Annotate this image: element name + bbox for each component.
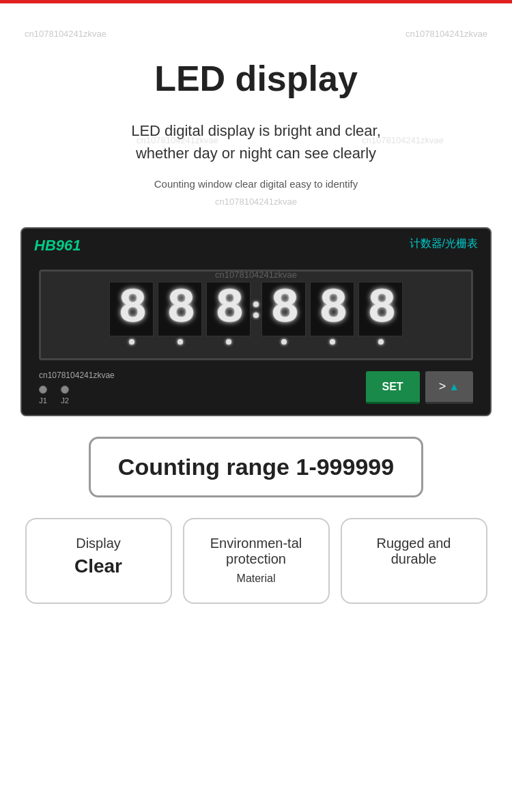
page-title: LED display [0, 58, 512, 99]
digit-6-display: 8 [358, 282, 403, 336]
indicator-j1-label: J1 [39, 396, 47, 405]
watermark-mid-left: cn1078104241zkvae [137, 135, 218, 145]
top-bar [0, 0, 512, 3]
device-image: HB961 计数器/光栅表 cn1078104241zkvae 8 8 8 [20, 227, 492, 416]
digit-5-display: 8 [310, 282, 354, 336]
indicator-j1-dot [39, 386, 47, 394]
feature-card-display: Display Clear [25, 518, 172, 604]
digit-group-1: 8 8 8 [109, 282, 251, 345]
device-bottom-left: cn1078104241zkvae J1 J2 [39, 371, 115, 405]
device-bottom-watermark: cn1078104241zkvae [39, 371, 115, 380]
arrow-up-icon: ▲ [449, 381, 459, 393]
set-button[interactable]: SET [366, 371, 420, 404]
feature-card-env-body: Material [195, 571, 317, 586]
device-label-right: 计数器/光栅表 [410, 237, 478, 251]
device-model: HB961 [34, 237, 81, 255]
feature-card-rugged-title: Rugged and durable [353, 536, 475, 567]
digit-separator [253, 302, 259, 325]
feature-card-rugged: Rugged and durable [341, 518, 487, 604]
device-bottom-row: cn1078104241zkvae J1 J2 SET > ▲ [32, 371, 480, 405]
digit-5-dot [330, 339, 335, 345]
digit-4-display: 8 [261, 282, 306, 336]
digit-3-display: 8 [206, 282, 251, 336]
device-buttons: SET > ▲ [366, 371, 473, 404]
digit-2-dot [177, 339, 183, 345]
counting-range-box: Counting range 1-999999 [89, 437, 423, 497]
digit-6: 8 [358, 282, 403, 345]
device-watermark: cn1078104241zkvae [215, 270, 297, 280]
feature-cards-container: Display Clear Environmen-tal protection … [0, 518, 512, 604]
indicator-j1: J1 [39, 386, 47, 405]
digit-3: 8 [206, 282, 251, 345]
feature-card-env: Environmen-tal protection Material [183, 518, 330, 604]
digit-2: 8 [158, 282, 202, 345]
digit-4: 8 [261, 282, 306, 345]
digit-2-display: 8 [158, 282, 202, 336]
sep-dot-1 [253, 302, 259, 307]
digit-5: 8 [310, 282, 354, 345]
subtitle-line2: whether day or night can see clearly [136, 145, 376, 162]
indicator-j2-dot [61, 386, 69, 394]
watermark-mid-right: cn1078104241zkvae [362, 135, 444, 145]
led-display-panel: cn1078104241zkvae 8 8 8 8 [39, 270, 473, 360]
digit-group-2: 8 8 8 [261, 282, 403, 345]
arrow-left-icon: > [439, 379, 446, 394]
arrow-button[interactable]: > ▲ [425, 371, 473, 404]
digit-3-dot [226, 339, 231, 345]
feature-card-env-title: Environmen-tal protection [195, 536, 317, 567]
indicator-j2: J2 [61, 386, 69, 405]
sub-subtitle: Counting window clear digital easy to id… [0, 178, 512, 190]
device-indicators: J1 J2 [39, 386, 115, 405]
digit-1-display: 8 [109, 282, 154, 336]
counting-range-text: Counting range 1-999999 [118, 454, 394, 480]
digit-6-dot [378, 339, 384, 345]
sep-dot-2 [253, 313, 259, 318]
watermark-center: cn1078104241zkvae [0, 197, 512, 207]
digit-1-dot [129, 339, 134, 345]
digit-4-dot [281, 339, 287, 345]
digit-1: 8 [109, 282, 154, 345]
watermark-top-right: cn1078104241zkvae [406, 29, 487, 39]
indicator-j2-label: J2 [61, 396, 69, 405]
feature-card-display-subtitle: Clear [38, 555, 160, 577]
feature-card-display-title: Display [38, 536, 160, 551]
watermark-top-left: cn1078104241zkvae [25, 29, 106, 39]
